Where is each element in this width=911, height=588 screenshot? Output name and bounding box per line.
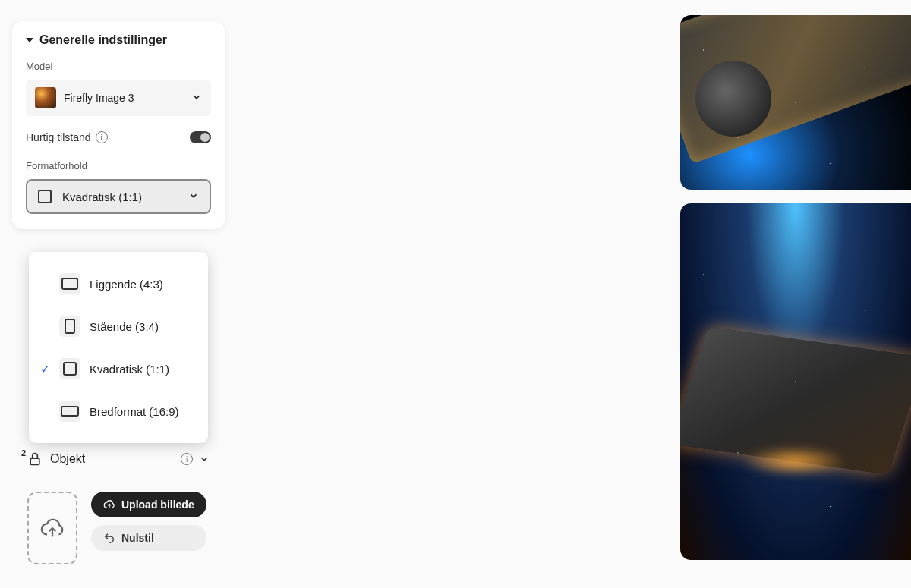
generated-image-1[interactable] [680, 15, 911, 190]
portrait-ratio-icon [59, 316, 80, 337]
svg-rect-0 [30, 458, 39, 464]
model-label: Model [26, 61, 211, 72]
fast-mode-toggle[interactable] [190, 131, 211, 143]
model-thumb-icon [35, 87, 56, 108]
fast-mode-label: Hurtig tilstand [26, 131, 91, 143]
drop-zone[interactable] [27, 492, 77, 564]
square-ratio-icon [38, 190, 52, 203]
stars-overlay [680, 203, 911, 560]
aspect-option-liggende[interactable]: Liggende (4:3) [29, 263, 208, 305]
cloud-upload-icon [39, 515, 65, 541]
option-label: Liggende (4:3) [90, 278, 163, 291]
upload-area: Upload billede Nulstil [27, 492, 210, 564]
stars-overlay [680, 15, 911, 190]
section-title-text: Generelle indstillinger [39, 33, 167, 47]
object-section-header[interactable]: 2 Objekt i [27, 451, 210, 467]
chevron-down-icon [199, 454, 210, 464]
engine-glow [741, 446, 847, 476]
reset-button-label: Nulstil [121, 532, 154, 544]
aspect-dropdown: Liggende (4:3) Stående (3:4) ✓ Kvadratis… [29, 252, 208, 443]
chevron-down-icon [191, 92, 202, 105]
object-header-text: Objekt [50, 452, 85, 466]
cloud-upload-icon [103, 498, 115, 511]
option-label: Kvadratisk (1:1) [90, 363, 169, 376]
lock-badge: 2 [21, 448, 26, 458]
section-generelle[interactable]: Generelle indstillinger [26, 33, 211, 47]
info-icon[interactable]: i [96, 131, 108, 143]
info-icon[interactable]: i [181, 453, 193, 465]
reset-button[interactable]: Nulstil [91, 525, 206, 551]
wide-ratio-icon [59, 401, 80, 422]
lock-icon [27, 451, 43, 467]
option-label: Bredformat (16:9) [90, 405, 179, 418]
settings-panel: Generelle indstillinger Model Firefly Im… [12, 21, 225, 229]
upload-button[interactable]: Upload billede [91, 492, 206, 517]
generated-image-2[interactable] [680, 203, 911, 560]
chevron-down-icon [26, 38, 33, 42]
aspect-option-bredformat[interactable]: Bredformat (16:9) [29, 390, 208, 432]
fast-mode-row: Hurtig tilstand i [26, 131, 211, 143]
landscape-ratio-icon [59, 273, 80, 294]
upload-button-label: Upload billede [121, 498, 194, 511]
model-select[interactable]: Firefly Image 3 [26, 80, 211, 116]
square-ratio-icon [59, 358, 80, 379]
aspect-option-staende[interactable]: Stående (3:4) [29, 305, 208, 347]
check-icon: ✓ [39, 362, 50, 376]
model-value: Firefly Image 3 [64, 92, 134, 104]
aspect-option-kvadratisk[interactable]: ✓ Kvadratisk (1:1) [29, 347, 208, 390]
undo-icon [103, 532, 115, 544]
aspect-value: Kvadratisk (1:1) [62, 190, 142, 203]
result-gallery [680, 15, 911, 560]
aspect-select[interactable]: Kvadratisk (1:1) [26, 179, 211, 214]
chevron-down-icon [188, 190, 199, 203]
option-label: Stående (3:4) [90, 320, 159, 333]
aspect-label: Formatforhold [26, 160, 211, 171]
